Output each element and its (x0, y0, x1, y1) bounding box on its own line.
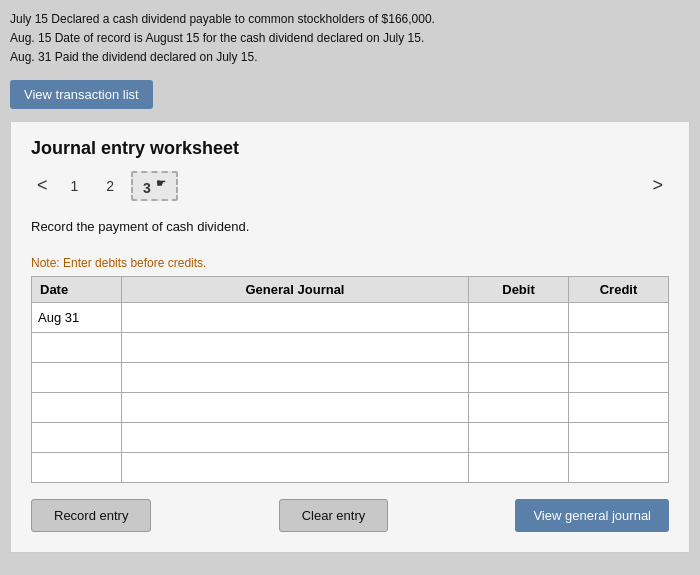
col-header-date: Date (32, 277, 122, 303)
debit-input-3[interactable] (475, 370, 562, 385)
worksheet-title: Journal entry worksheet (31, 138, 669, 159)
journal-input-3[interactable] (128, 370, 462, 385)
debit-cell-3[interactable] (469, 363, 569, 393)
journal-cell-3[interactable] (122, 363, 469, 393)
debit-input-2[interactable] (475, 340, 562, 355)
journal-cell-4[interactable] (122, 393, 469, 423)
debit-cell-1[interactable] (469, 303, 569, 333)
debit-input-4[interactable] (475, 400, 562, 415)
view-general-journal-button[interactable]: View general journal (515, 499, 669, 532)
col-header-general-journal: General Journal (122, 277, 469, 303)
date-cell-5 (32, 423, 122, 453)
col-header-debit: Debit (469, 277, 569, 303)
tab-1[interactable]: 1 (60, 173, 90, 199)
view-transaction-button[interactable]: View transaction list (10, 80, 153, 109)
credit-cell-2[interactable] (569, 333, 669, 363)
date-cell-2 (32, 333, 122, 363)
journal-input-4[interactable] (128, 400, 462, 415)
journal-cell-2[interactable] (122, 333, 469, 363)
debit-input-1[interactable] (475, 310, 562, 325)
debit-cell-4[interactable] (469, 393, 569, 423)
journal-cell-5[interactable] (122, 423, 469, 453)
table-row (32, 333, 669, 363)
tabs-prev-arrow[interactable]: < (31, 173, 54, 198)
journal-input-5[interactable] (128, 430, 462, 445)
journal-input-6[interactable] (128, 460, 462, 475)
credit-input-4[interactable] (575, 400, 662, 415)
debit-cell-5[interactable] (469, 423, 569, 453)
journal-input-1[interactable] (128, 310, 462, 325)
record-entry-button[interactable]: Record entry (31, 499, 151, 532)
credit-cell-6[interactable] (569, 453, 669, 483)
table-row (32, 363, 669, 393)
debit-input-6[interactable] (475, 460, 562, 475)
journal-table: Date General Journal Debit Credit Aug 31 (31, 276, 669, 483)
clear-entry-button[interactable]: Clear entry (279, 499, 389, 532)
date-cell-1: Aug 31 (32, 303, 122, 333)
table-row (32, 423, 669, 453)
debit-input-5[interactable] (475, 430, 562, 445)
date-cell-3 (32, 363, 122, 393)
tabs-next-arrow[interactable]: > (646, 173, 669, 198)
cursor-icon: ☛ (156, 177, 166, 189)
col-header-credit: Credit (569, 277, 669, 303)
bottom-buttons: Record entry Clear entry View general jo… (31, 499, 669, 532)
tabs-navigation: < 1 2 3 ☛ > (31, 171, 669, 202)
debit-cell-6[interactable] (469, 453, 569, 483)
journal-cell-1[interactable] (122, 303, 469, 333)
credit-cell-5[interactable] (569, 423, 669, 453)
header-text: July 15 Declared a cash dividend payable… (10, 10, 690, 68)
table-row (32, 393, 669, 423)
credit-input-2[interactable] (575, 340, 662, 355)
date-cell-4 (32, 393, 122, 423)
tab-2[interactable]: 2 (95, 173, 125, 199)
worksheet-container: Journal entry worksheet < 1 2 3 ☛ > Reco… (10, 121, 690, 554)
credit-input-3[interactable] (575, 370, 662, 385)
journal-cell-6[interactable] (122, 453, 469, 483)
tab-3[interactable]: 3 ☛ (131, 171, 178, 202)
note-text: Note: Enter debits before credits. (31, 256, 669, 270)
credit-input-5[interactable] (575, 430, 662, 445)
credit-cell-4[interactable] (569, 393, 669, 423)
debit-cell-2[interactable] (469, 333, 569, 363)
date-cell-6 (32, 453, 122, 483)
table-row: Aug 31 (32, 303, 669, 333)
table-row (32, 453, 669, 483)
credit-cell-3[interactable] (569, 363, 669, 393)
credit-input-1[interactable] (575, 310, 662, 325)
journal-input-2[interactable] (128, 340, 462, 355)
credit-input-6[interactable] (575, 460, 662, 475)
credit-cell-1[interactable] (569, 303, 669, 333)
instruction-text: Record the payment of cash dividend. (31, 215, 669, 238)
